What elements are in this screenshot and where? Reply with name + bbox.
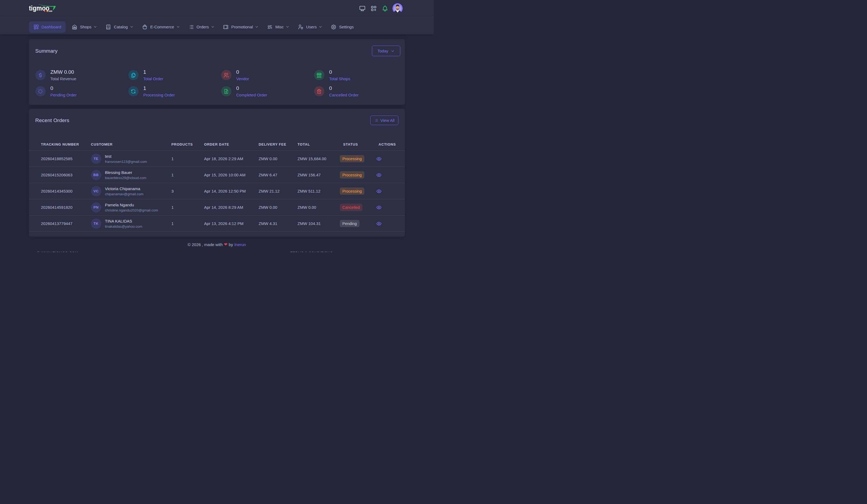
customer-email: bauerbless29@icloud.com [105,176,146,180]
customer-cell: BB Blessing Bauer bauerbless29@icloud.co… [91,167,172,183]
customer-name: Pamela Ngandu [105,202,158,207]
gear-icon [331,24,336,30]
monitor-icon[interactable] [359,5,366,12]
cell-products: 1 [172,199,204,216]
actions-cell [376,167,405,183]
view-eye-icon[interactable] [376,204,382,211]
dashboard-grid-icon [33,24,39,30]
chevron-down-icon [319,25,322,29]
customer-avatar: BB [91,170,101,180]
brand-name: tigmoo [29,4,50,12]
view-eye-icon[interactable] [376,188,382,194]
customer-cell: VC Victoria Chipanama chipanamav@gmail.c… [91,183,172,199]
stat-cancelled-order: 0 Cancelled Order [314,85,407,97]
files-icon [128,70,139,80]
nav-label: Misc [275,24,283,29]
customer-name: test [105,154,147,159]
nav-label: Users [306,24,317,29]
view-all-button[interactable]: View All [370,116,398,125]
customer-info: TE test fransrosen123@gmail.com [91,154,172,164]
cell-tracking: 20260415206063 [29,167,91,183]
cell-delivery-fee: ZMW 6.47 [259,167,298,183]
col-status[interactable]: STATUS [340,125,376,151]
stat-label-link[interactable]: Total Shops [329,76,350,81]
view-eye-icon[interactable] [376,172,382,178]
nav-catalog[interactable]: Catalog [105,24,134,30]
cell-order-date: Apr 15, 2026 10:00 AM [204,167,259,183]
dashes-icon [267,24,273,30]
status-badge: Cancelled [340,204,363,211]
customer-email: tinakalidas@yahoo.com [105,224,142,228]
stat-label-link[interactable]: Total Order [143,76,163,81]
table-row: 20260414591820 PN Pamela Ngandu christin… [29,199,405,216]
view-eye-icon[interactable] [376,221,382,227]
stat-total-revenue: ZMW 0.00 Total Revenue [35,69,128,81]
brand-logo[interactable]: tigmoo .com [29,2,56,15]
status-cell: Processing [340,151,376,167]
chevron-down-icon [390,49,395,53]
stat-total-shops: 0 Total Shops [314,69,407,81]
stat-total-order: 1 Total Order [128,69,221,81]
stat-label-link[interactable]: Pending Order [51,93,77,97]
chevron-down-icon [130,25,134,29]
heart-icon: ❤ [224,242,227,247]
view-eye-icon[interactable] [376,156,382,162]
nav-ecommerce[interactable]: E-Commerce [142,24,180,30]
nav-orders[interactable]: Orders [188,24,215,30]
nav-settings[interactable]: Settings [331,24,354,30]
refresh-icon [128,86,139,96]
cell-tracking: 20260414345300 [29,183,91,199]
user-avatar[interactable] [393,3,403,13]
status-badge: Processing [340,171,365,179]
customer-info: BB Blessing Bauer bauerbless29@icloud.co… [91,170,172,180]
nav-dashboard[interactable]: Dashboard [29,21,66,33]
nav-users[interactable]: Users [298,24,322,30]
cell-delivery-fee: ZMW 0.00 [259,199,298,216]
stat-label-link[interactable]: Processing Order [143,93,175,97]
list-icon [188,24,194,30]
nav-misc[interactable]: Misc [267,24,290,30]
col-total[interactable]: TOTAL [298,125,340,151]
notifications-bell-icon[interactable] [382,5,388,12]
subfooter: © WWW.TIGMOO.COM TERMS & CONDITIONS [0,251,434,252]
stat-label-link[interactable]: Completed Order [236,93,267,97]
table-row: 20260418852585 TE test fransrosen123@gma… [29,151,405,167]
footer-by: by [229,242,233,247]
shop-house-icon [72,24,77,30]
cell-order-date: Apr 13, 2026 4:12 PM [204,216,259,232]
customer-info: TK TINA KALIDAS tinakalidas@yahoo.com [91,218,172,229]
customer-email: christine.ngandu2020@gmail.com [105,208,158,212]
stat-label-link[interactable]: Cancelled Order [329,93,359,97]
stat-completed-order: 0 Completed Order [221,85,314,97]
summary-card: Summary Today ZMW 0.00 Total Revenue 1 T… [29,39,405,105]
nav-promotional[interactable]: Promotional [223,24,259,30]
col-customer[interactable]: CUSTOMER [91,125,172,151]
main-navigation: Dashboard Shops Catalog E-Commerce Order… [0,17,434,34]
stat-label-link[interactable]: Vendor [236,76,249,81]
actions-cell [376,151,405,167]
nav-label: Catalog [114,24,128,29]
col-actions[interactable]: ACTIONS [376,125,405,151]
book-icon [105,24,111,30]
trash-x-icon [314,86,324,96]
chevron-down-icon [93,25,97,29]
stat-value: 0 [236,69,249,75]
customer-cell: TE test fransrosen123@gmail.com [91,151,172,167]
col-tracking-number[interactable]: TRACKING NUMBER [29,125,91,151]
stat-vendor: 0 Vendor [221,69,314,81]
subfooter-left: © WWW.TIGMOO.COM [37,251,78,252]
stat-value: 1 [143,69,163,75]
status-cell: Cancelled [340,199,376,216]
apps-grid-icon[interactable] [370,5,377,12]
col-products[interactable]: PRODUCTS [172,125,204,151]
nav-shops[interactable]: Shops [72,24,97,30]
summary-title: Summary [35,48,58,54]
customer-avatar: VC [91,186,101,196]
footer-link-inerun[interactable]: Inerun [234,242,246,247]
period-dropdown-button[interactable]: Today [372,46,400,56]
status-cell: Pending [340,216,376,232]
col-order-date[interactable]: ORDER DATE [204,125,259,151]
col-delivery-fee[interactable]: DELIVERY FEE [259,125,298,151]
cell-products: 1 [172,216,204,232]
orders-table: TRACKING NUMBER CUSTOMER PRODUCTS ORDER … [29,125,405,232]
